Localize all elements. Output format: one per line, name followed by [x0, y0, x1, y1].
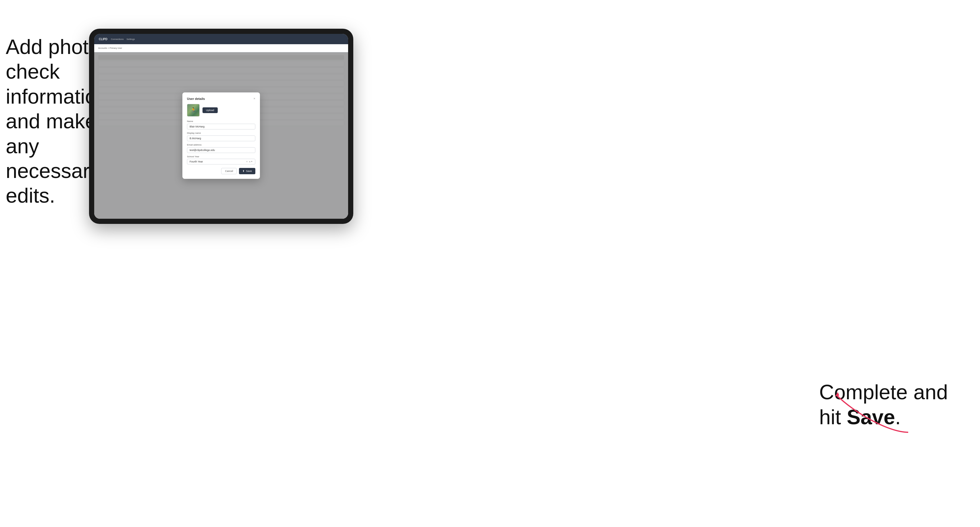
school-year-value: Fourth Year	[189, 160, 246, 163]
email-label: Email address	[187, 143, 255, 146]
app-logo: CLIPD	[99, 38, 107, 41]
modal-header: User details ×	[187, 97, 255, 100]
name-field-group: Name	[187, 120, 255, 129]
annotation-right: Complete and hit Save.	[819, 380, 963, 429]
name-input[interactable]	[187, 124, 255, 129]
annotation-right-end: .	[895, 406, 901, 429]
app-main: User details × Upload Name	[94, 52, 348, 219]
nav-connections[interactable]: Connections	[111, 38, 124, 40]
tablet-screen: CLIPD Connections Settings Accounts > Pr…	[94, 34, 348, 219]
nav-settings[interactable]: Settings	[126, 38, 135, 40]
modal-overlay: User details × Upload Name	[94, 52, 348, 219]
upload-photo-button[interactable]: Upload	[202, 107, 218, 113]
tablet-device: CLIPD Connections Settings Accounts > Pr…	[89, 29, 353, 224]
cancel-button[interactable]: Cancel	[221, 168, 237, 174]
email-input[interactable]	[187, 147, 255, 153]
display-name-input[interactable]	[187, 135, 255, 141]
photo-row: Upload	[187, 104, 255, 116]
school-year-field-group: School Year Fourth Year × ▲▼	[187, 155, 255, 165]
annotation-right-line1: Complete and	[819, 381, 948, 403]
display-name-label: Display name	[187, 132, 255, 134]
app-subheader: Accounts > Primary User	[94, 44, 348, 52]
annotation-right-bold: Save	[847, 406, 895, 429]
app-header: CLIPD Connections Settings	[94, 34, 348, 44]
breadcrumb: Accounts > Primary User	[98, 47, 122, 49]
app-body: User details × Upload Name	[94, 52, 348, 219]
user-photo-thumbnail	[187, 104, 200, 116]
select-clear-icon[interactable]: ×	[246, 160, 248, 163]
school-year-label: School Year	[187, 155, 255, 158]
app-nav: Connections Settings	[111, 38, 135, 40]
save-label: Save	[246, 170, 252, 173]
select-chevron-icon: ▲▼	[249, 160, 253, 162]
modal-title: User details	[187, 97, 205, 100]
email-field-group: Email address	[187, 143, 255, 153]
save-button[interactable]: ⬆ Save	[239, 168, 255, 174]
school-year-select[interactable]: Fourth Year × ▲▼	[187, 159, 255, 165]
annotation-right-line2: hit	[819, 406, 847, 429]
name-label: Name	[187, 120, 255, 122]
user-details-modal: User details × Upload Name	[182, 92, 260, 179]
modal-actions: Cancel ⬆ Save	[187, 168, 255, 174]
modal-close-button[interactable]: ×	[254, 97, 255, 100]
save-icon: ⬆	[242, 170, 245, 173]
display-name-field-group: Display name	[187, 132, 255, 141]
